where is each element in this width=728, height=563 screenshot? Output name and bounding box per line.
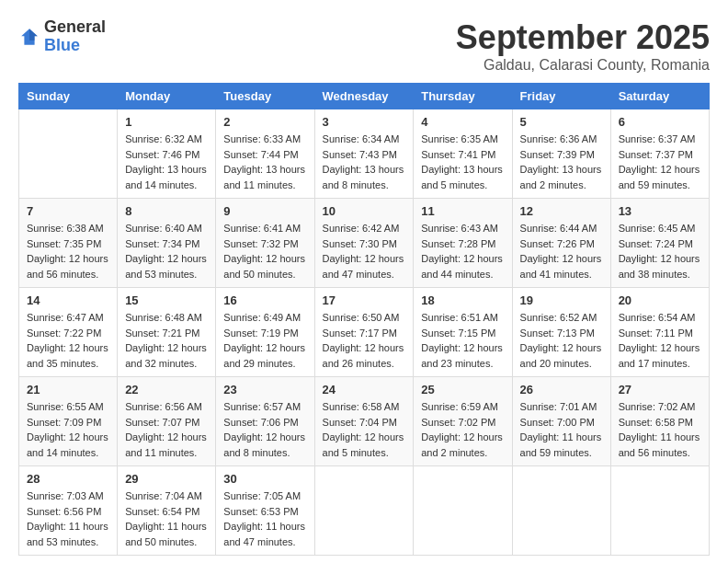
calendar-cell: 1Sunrise: 6:32 AMSunset: 7:46 PMDaylight… bbox=[118, 109, 216, 199]
calendar-cell: 7Sunrise: 6:38 AMSunset: 7:35 PMDaylight… bbox=[19, 199, 118, 288]
calendar-cell bbox=[19, 109, 118, 199]
calendar-cell bbox=[414, 466, 512, 556]
day-number: 15 bbox=[125, 293, 208, 307]
day-number: 10 bbox=[323, 204, 406, 218]
logo-general-text: General bbox=[44, 17, 106, 36]
location-subtitle: Galdau, Calarasi County, Romania bbox=[456, 57, 710, 74]
day-number: 13 bbox=[619, 204, 701, 218]
day-number: 3 bbox=[323, 115, 406, 129]
calendar-cell: 17Sunrise: 6:50 AMSunset: 7:17 PMDayligh… bbox=[314, 288, 414, 377]
day-info: Sunrise: 6:40 AMSunset: 7:34 PMDaylight:… bbox=[125, 221, 208, 282]
day-number: 25 bbox=[421, 383, 504, 396]
calendar-cell: 21Sunrise: 6:55 AMSunset: 7:09 PMDayligh… bbox=[19, 377, 118, 466]
calendar-week-row: 21Sunrise: 6:55 AMSunset: 7:09 PMDayligh… bbox=[19, 377, 710, 466]
day-info: Sunrise: 6:34 AMSunset: 7:43 PMDaylight:… bbox=[323, 132, 406, 192]
weekday-header: Monday bbox=[118, 84, 216, 109]
day-number: 30 bbox=[223, 472, 306, 486]
calendar-cell: 10Sunrise: 6:42 AMSunset: 7:30 PMDayligh… bbox=[314, 199, 414, 288]
calendar-cell: 13Sunrise: 6:45 AMSunset: 7:24 PMDayligh… bbox=[610, 199, 709, 288]
calendar-cell: 23Sunrise: 6:57 AMSunset: 7:06 PMDayligh… bbox=[216, 377, 314, 466]
day-info: Sunrise: 6:50 AMSunset: 7:17 PMDaylight:… bbox=[323, 310, 406, 371]
calendar-cell: 20Sunrise: 6:54 AMSunset: 7:11 PMDayligh… bbox=[610, 288, 709, 377]
calendar-week-row: 28Sunrise: 7:03 AMSunset: 6:56 PMDayligh… bbox=[19, 466, 710, 556]
calendar-body: 1Sunrise: 6:32 AMSunset: 7:46 PMDaylight… bbox=[19, 109, 710, 556]
month-title: September 2025 bbox=[456, 18, 710, 57]
day-number: 9 bbox=[223, 204, 306, 218]
calendar-cell: 24Sunrise: 6:58 AMSunset: 7:04 PMDayligh… bbox=[314, 377, 414, 466]
day-number: 19 bbox=[520, 293, 603, 307]
calendar-cell: 6Sunrise: 6:37 AMSunset: 7:37 PMDaylight… bbox=[610, 109, 709, 199]
day-number: 12 bbox=[520, 204, 603, 218]
day-number: 18 bbox=[421, 293, 504, 307]
day-info: Sunrise: 6:51 AMSunset: 7:15 PMDaylight:… bbox=[421, 310, 504, 371]
day-info: Sunrise: 6:49 AMSunset: 7:19 PMDaylight:… bbox=[223, 310, 306, 371]
day-info: Sunrise: 6:52 AMSunset: 7:13 PMDaylight:… bbox=[520, 310, 603, 371]
day-number: 20 bbox=[619, 293, 701, 307]
calendar-cell: 30Sunrise: 7:05 AMSunset: 6:53 PMDayligh… bbox=[216, 466, 314, 556]
calendar-cell: 5Sunrise: 6:36 AMSunset: 7:39 PMDaylight… bbox=[512, 109, 610, 199]
calendar-cell: 9Sunrise: 6:41 AMSunset: 7:32 PMDaylight… bbox=[216, 199, 314, 288]
day-number: 26 bbox=[520, 383, 603, 396]
day-number: 2 bbox=[223, 115, 306, 129]
calendar-cell: 27Sunrise: 7:02 AMSunset: 6:58 PMDayligh… bbox=[610, 377, 709, 466]
day-number: 7 bbox=[27, 204, 109, 218]
day-info: Sunrise: 6:43 AMSunset: 7:28 PMDaylight:… bbox=[421, 221, 504, 282]
calendar-week-row: 1Sunrise: 6:32 AMSunset: 7:46 PMDaylight… bbox=[19, 109, 710, 199]
svg-marker-2 bbox=[29, 29, 38, 40]
day-info: Sunrise: 6:58 AMSunset: 7:04 PMDaylight:… bbox=[323, 399, 406, 460]
day-info: Sunrise: 6:59 AMSunset: 7:02 PMDaylight:… bbox=[421, 399, 504, 460]
calendar-cell: 19Sunrise: 6:52 AMSunset: 7:13 PMDayligh… bbox=[512, 288, 610, 377]
weekday-header: Sunday bbox=[19, 84, 118, 109]
day-info: Sunrise: 6:32 AMSunset: 7:46 PMDaylight:… bbox=[125, 132, 208, 192]
weekday-header: Saturday bbox=[610, 84, 709, 109]
day-number: 14 bbox=[27, 293, 109, 307]
calendar-cell: 28Sunrise: 7:03 AMSunset: 6:56 PMDayligh… bbox=[19, 466, 118, 556]
weekday-header: Wednesday bbox=[314, 84, 414, 109]
calendar-cell: 2Sunrise: 6:33 AMSunset: 7:44 PMDaylight… bbox=[216, 109, 314, 199]
calendar-week-row: 7Sunrise: 6:38 AMSunset: 7:35 PMDaylight… bbox=[19, 199, 710, 288]
day-number: 8 bbox=[125, 204, 208, 218]
day-info: Sunrise: 6:47 AMSunset: 7:22 PMDaylight:… bbox=[27, 310, 109, 371]
calendar-cell: 22Sunrise: 6:56 AMSunset: 7:07 PMDayligh… bbox=[118, 377, 216, 466]
day-number: 11 bbox=[421, 204, 504, 218]
day-info: Sunrise: 6:41 AMSunset: 7:32 PMDaylight:… bbox=[223, 221, 306, 282]
day-info: Sunrise: 6:48 AMSunset: 7:21 PMDaylight:… bbox=[125, 310, 208, 371]
calendar-cell: 25Sunrise: 6:59 AMSunset: 7:02 PMDayligh… bbox=[414, 377, 512, 466]
day-info: Sunrise: 6:44 AMSunset: 7:26 PMDaylight:… bbox=[520, 221, 603, 282]
day-number: 22 bbox=[125, 383, 208, 396]
calendar-cell bbox=[610, 466, 709, 556]
day-number: 16 bbox=[223, 293, 306, 307]
calendar-cell: 11Sunrise: 6:43 AMSunset: 7:28 PMDayligh… bbox=[414, 199, 512, 288]
calendar-cell: 15Sunrise: 6:48 AMSunset: 7:21 PMDayligh… bbox=[118, 288, 216, 377]
calendar-cell: 18Sunrise: 6:51 AMSunset: 7:15 PMDayligh… bbox=[414, 288, 512, 377]
logo-icon bbox=[18, 26, 40, 48]
weekday-header: Friday bbox=[512, 84, 610, 109]
day-number: 24 bbox=[323, 383, 406, 396]
calendar-cell bbox=[314, 466, 414, 556]
calendar-table: SundayMondayTuesdayWednesdayThursdayFrid… bbox=[18, 83, 710, 556]
day-info: Sunrise: 7:05 AMSunset: 6:53 PMDaylight:… bbox=[223, 488, 306, 549]
day-number: 28 bbox=[27, 472, 109, 486]
title-block: September 2025 Galdau, Calarasi County, … bbox=[456, 18, 710, 74]
calendar-cell bbox=[512, 466, 610, 556]
day-info: Sunrise: 6:57 AMSunset: 7:06 PMDaylight:… bbox=[223, 399, 306, 460]
calendar-cell: 16Sunrise: 6:49 AMSunset: 7:19 PMDayligh… bbox=[216, 288, 314, 377]
day-number: 29 bbox=[125, 472, 208, 486]
logo-blue-text: Blue bbox=[44, 36, 80, 54]
day-info: Sunrise: 6:45 AMSunset: 7:24 PMDaylight:… bbox=[619, 221, 701, 282]
day-info: Sunrise: 6:38 AMSunset: 7:35 PMDaylight:… bbox=[27, 221, 109, 282]
day-info: Sunrise: 6:56 AMSunset: 7:07 PMDaylight:… bbox=[125, 399, 208, 460]
day-info: Sunrise: 7:01 AMSunset: 7:00 PMDaylight:… bbox=[520, 399, 603, 460]
day-number: 21 bbox=[27, 383, 109, 396]
calendar-cell: 14Sunrise: 6:47 AMSunset: 7:22 PMDayligh… bbox=[19, 288, 118, 377]
day-number: 5 bbox=[520, 115, 603, 129]
day-info: Sunrise: 6:33 AMSunset: 7:44 PMDaylight:… bbox=[223, 132, 306, 192]
day-info: Sunrise: 7:03 AMSunset: 6:56 PMDaylight:… bbox=[27, 488, 109, 549]
day-info: Sunrise: 6:42 AMSunset: 7:30 PMDaylight:… bbox=[323, 221, 406, 282]
day-info: Sunrise: 7:04 AMSunset: 6:54 PMDaylight:… bbox=[125, 488, 208, 549]
calendar-cell: 3Sunrise: 6:34 AMSunset: 7:43 PMDaylight… bbox=[314, 109, 414, 199]
day-info: Sunrise: 7:02 AMSunset: 6:58 PMDaylight:… bbox=[619, 399, 701, 460]
day-info: Sunrise: 6:37 AMSunset: 7:37 PMDaylight:… bbox=[619, 132, 701, 192]
day-info: Sunrise: 6:36 AMSunset: 7:39 PMDaylight:… bbox=[520, 132, 603, 192]
calendar-cell: 8Sunrise: 6:40 AMSunset: 7:34 PMDaylight… bbox=[118, 199, 216, 288]
